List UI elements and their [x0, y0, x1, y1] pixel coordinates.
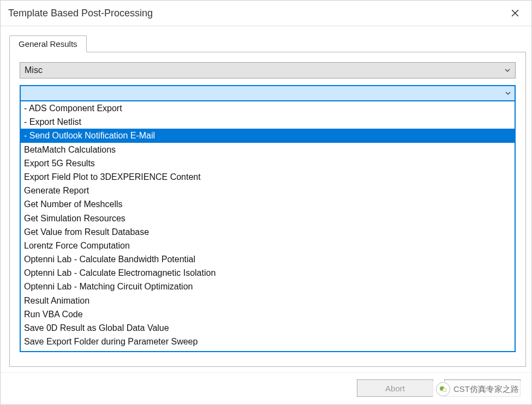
titlebar: Template Based Post-Processing [1, 1, 531, 26]
category-selected-label: Misc [25, 65, 43, 75]
dropdown-item[interactable]: Run VBA Code [21, 307, 515, 321]
dropdown-item[interactable]: Get Simulation Resources [21, 211, 515, 225]
chevron-down-icon [504, 67, 511, 74]
template-dropdown-list[interactable]: - ADS Component Export- Export Netlist- … [20, 101, 516, 352]
dropdown-item[interactable]: Get Value from Result Database [21, 225, 515, 239]
category-dropdown[interactable]: Misc [20, 62, 516, 78]
dropdown-item[interactable]: Optenni Lab - Calculate Bandwidth Potent… [21, 252, 515, 266]
dropdown-item[interactable]: Lorentz Force Computation [21, 239, 515, 252]
tab-general-results[interactable]: General Results [9, 35, 87, 52]
close-button[interactable]: Close [444, 379, 521, 397]
dropdown-item[interactable]: Export 5G Results [21, 156, 515, 170]
dropdown-item[interactable]: - Send Outlook Notification E-Mail [21, 129, 515, 142]
tab-panel: Misc - ADS Component Export- Export Netl… [9, 52, 526, 367]
abort-button: Abort [357, 379, 433, 397]
dialog-window: Template Based Post-Processing General R… [0, 0, 532, 405]
dropdown-item[interactable]: - Export Netlist [21, 115, 515, 129]
dropdown-item[interactable]: Store Image for Process Composer [21, 348, 515, 352]
template-combo[interactable] [20, 85, 516, 101]
dropdown-item[interactable]: Result Animation [21, 294, 515, 307]
dropdown-item[interactable]: Optenni Lab - Matching Circuit Optimizat… [21, 280, 515, 293]
dropdown-item[interactable]: Get Number of Meshcells [21, 197, 515, 211]
dropdown-item[interactable]: BetaMatch Calculations [21, 143, 515, 156]
dropdown-item[interactable]: Export Field Plot to 3DEXPERIENCE Conten… [21, 170, 515, 184]
dropdown-item[interactable]: Save 0D Result as Global Data Value [21, 321, 515, 335]
template-combo-wrap: - ADS Component Export- Export Netlist- … [20, 85, 516, 101]
dropdown-item[interactable]: Optenni Lab - Calculate Electromagnetic … [21, 266, 515, 280]
dropdown-item[interactable]: Save Export Folder during Parameter Swee… [21, 335, 515, 348]
dialog-footer: Abort Close [1, 372, 531, 404]
close-icon[interactable] [504, 5, 526, 21]
tabstrip: General Results [9, 35, 526, 52]
dropdown-item[interactable]: - ADS Component Export [21, 101, 515, 115]
dropdown-item[interactable]: Generate Report [21, 184, 515, 197]
chevron-down-icon [505, 90, 511, 96]
dialog-content: General Results Misc - ADS Component Exp… [1, 26, 531, 372]
dialog-title: Template Based Post-Processing [8, 8, 153, 19]
